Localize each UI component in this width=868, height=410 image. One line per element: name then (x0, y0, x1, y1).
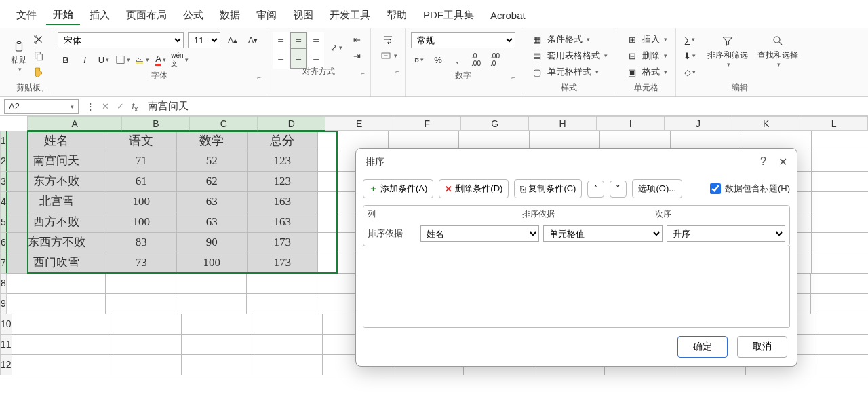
row-header-4[interactable]: 4 (0, 192, 7, 212)
fill-color-button[interactable]: ▾ (134, 52, 150, 67)
sort-basis-select[interactable]: 单元格值 (543, 225, 662, 242)
cell-C5[interactable]: 63 (177, 212, 248, 233)
decrease-font-icon[interactable]: A▾ (245, 33, 261, 48)
cell-C11[interactable] (182, 335, 252, 355)
cell-A11[interactable] (12, 335, 111, 355)
increase-decimal-button[interactable]: .0.00 (468, 52, 484, 67)
italic-button[interactable]: I (77, 52, 93, 67)
format-painter-icon[interactable] (31, 64, 46, 79)
cell-B5[interactable]: 100 (106, 212, 177, 233)
col-header-A[interactable]: A (27, 116, 122, 131)
help-icon[interactable]: ? (760, 155, 766, 168)
cell-A10[interactable] (12, 314, 111, 335)
col-header-K[interactable]: K (732, 116, 800, 131)
col-header-L[interactable]: L (800, 116, 868, 131)
cancel-formula-icon[interactable]: ✕ (98, 101, 113, 111)
cell-A7[interactable]: 西门吹雪 (7, 253, 106, 274)
cell-A4[interactable]: 北宫雪 (7, 192, 106, 212)
cell-L2[interactable] (812, 151, 868, 172)
tab-PDF工具集[interactable]: PDF工具集 (416, 6, 481, 24)
comma-button[interactable]: , (449, 52, 465, 67)
cell-B7[interactable]: 73 (106, 253, 177, 274)
number-format-select[interactable]: 常规 (411, 32, 515, 48)
orientation-button[interactable]: ⤢▾ (328, 40, 344, 55)
cell-D5[interactable]: 163 (248, 212, 318, 233)
sort-column-select[interactable]: 姓名 (420, 225, 539, 242)
tab-Acrobat[interactable]: Acrobat (484, 7, 532, 24)
cell-D11[interactable] (252, 335, 323, 355)
tab-帮助[interactable]: 帮助 (380, 6, 414, 24)
cell-D8[interactable] (247, 274, 317, 294)
decrease-indent-button[interactable]: ⇤ (349, 32, 365, 47)
cell-B4[interactable]: 100 (106, 192, 177, 212)
col-header-H[interactable]: H (529, 116, 597, 131)
tab-页面布局[interactable]: 页面布局 (119, 6, 174, 24)
col-header-B[interactable]: B (122, 116, 190, 131)
tab-数据[interactable]: 数据 (213, 6, 247, 24)
cell-B9[interactable] (106, 294, 176, 314)
cell-L10[interactable] (816, 314, 868, 335)
row-header-5[interactable]: 5 (0, 212, 7, 233)
percent-button[interactable]: % (430, 52, 446, 67)
cell-B8[interactable] (106, 274, 176, 294)
font-size-select[interactable]: 11 (188, 32, 220, 48)
cell-style-button[interactable]: ▢单元格样式▾ (527, 64, 610, 79)
cell-A12[interactable] (12, 355, 111, 375)
copy-icon[interactable] (31, 48, 46, 63)
cell-D12[interactable] (252, 355, 323, 375)
close-icon[interactable]: ✕ (778, 155, 787, 168)
tab-公式[interactable]: 公式 (176, 6, 210, 24)
cell-L5[interactable] (812, 212, 868, 233)
sort-order-select[interactable]: 升序 (667, 225, 785, 242)
fill-button[interactable]: ⬇▾ (682, 48, 698, 63)
cell-C6[interactable]: 90 (177, 233, 248, 253)
find-select-label[interactable]: 查找和选择 (757, 50, 798, 61)
insert-cells-button[interactable]: ⊞插入▾ (622, 32, 670, 47)
cell-L7[interactable] (812, 253, 868, 274)
sort-filter-label[interactable]: 排序和筛选 (707, 50, 748, 61)
dialog-launcher-icon[interactable]: ⌐ (395, 68, 399, 75)
clipboard-icon[interactable] (12, 39, 26, 54)
col-header-D[interactable]: D (258, 116, 326, 131)
cell-L12[interactable] (816, 355, 868, 375)
cell-L11[interactable] (816, 335, 868, 355)
wrap-text-button[interactable] (376, 32, 399, 47)
cell-C4[interactable]: 63 (177, 192, 248, 212)
dialog-launcher-icon[interactable]: ⌐ (257, 74, 261, 81)
cell-B10[interactable] (111, 314, 182, 335)
name-box[interactable]: A2▾ (4, 99, 79, 114)
cell-L3[interactable] (812, 172, 868, 192)
sort-filter-icon[interactable] (717, 32, 738, 50)
cell-C12[interactable] (182, 355, 252, 375)
formula-input[interactable]: 南宫问天 (142, 100, 868, 113)
bold-button[interactable]: B (58, 52, 74, 67)
delete-cells-button[interactable]: ⊟删除▾ (622, 48, 670, 63)
cell-C7[interactable]: 100 (177, 253, 248, 274)
cell-A3[interactable]: 东方不败 (7, 172, 106, 192)
tab-开始[interactable]: 开始 (46, 5, 80, 25)
cell-D7[interactable]: 173 (248, 253, 318, 274)
tab-文件[interactable]: 文件 (9, 6, 43, 24)
cell-C1[interactable]: 数学 (177, 131, 248, 151)
cell-D9[interactable] (247, 294, 317, 314)
cell-C9[interactable] (176, 294, 247, 314)
cell-D10[interactable] (252, 314, 323, 335)
col-header-I[interactable]: I (597, 116, 665, 131)
merge-button[interactable]: ▾ (376, 48, 399, 63)
cell-D6[interactable]: 173 (248, 233, 318, 253)
row-header-6[interactable]: 6 (0, 233, 7, 253)
row-header-3[interactable]: 3 (0, 172, 7, 192)
options-button[interactable]: 选项(O)... (632, 179, 682, 198)
cell-D3[interactable]: 123 (248, 172, 318, 192)
decrease-decimal-button[interactable]: .00.0 (487, 52, 503, 67)
cell-B11[interactable] (111, 335, 182, 355)
cell-C10[interactable] (182, 314, 252, 335)
autosum-button[interactable]: ∑▾ (682, 32, 698, 47)
cell-C8[interactable] (176, 274, 247, 294)
cell-C3[interactable]: 62 (177, 172, 248, 192)
currency-button[interactable]: ¤▾ (411, 52, 427, 67)
move-up-button[interactable]: ˄ (587, 181, 604, 198)
delete-condition-button[interactable]: ✕删除条件(D) (439, 179, 509, 198)
row-header-7[interactable]: 7 (0, 253, 7, 274)
find-select-icon[interactable] (768, 32, 788, 50)
